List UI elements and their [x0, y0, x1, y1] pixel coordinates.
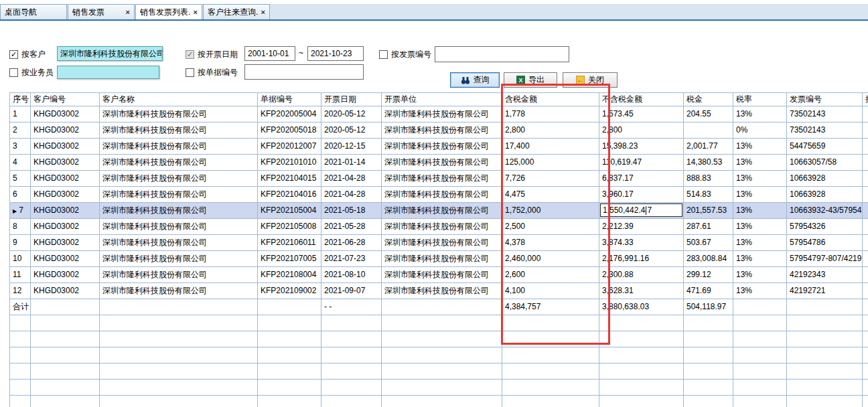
cell[interactable]: 深圳市隆利科技股份有限公司: [382, 235, 502, 251]
cell[interactable]: ▶7: [10, 203, 31, 219]
cell[interactable]: [684, 396, 733, 407]
cell[interactable]: [258, 396, 321, 407]
cell[interactable]: KFP202109002: [258, 283, 321, 299]
cell[interactable]: 2: [10, 123, 31, 139]
cell[interactable]: [599, 363, 684, 380]
cell[interactable]: 2021-04-28: [321, 171, 382, 187]
cell[interactable]: 10663057/58: [787, 155, 863, 171]
cell[interactable]: 深圳市隆利科技股份有限公司: [382, 267, 502, 283]
cell[interactable]: KHGD03002: [31, 251, 100, 267]
cell[interactable]: KFP202105008: [258, 219, 321, 235]
cell[interactable]: [31, 347, 100, 363]
cell[interactable]: 17,400: [502, 139, 599, 155]
cell[interactable]: [502, 331, 599, 347]
cell[interactable]: [502, 347, 599, 363]
cell[interactable]: KHGD03002: [31, 171, 100, 187]
cell[interactable]: KHGD03002: [31, 267, 100, 283]
cell[interactable]: KFP202104015: [258, 171, 321, 187]
cell[interactable]: 471.69: [684, 283, 733, 299]
cell[interactable]: 13%: [733, 235, 787, 251]
cell[interactable]: 深圳市隆利科技股份有限公司: [100, 139, 258, 155]
cell[interactable]: [10, 380, 31, 396]
cell[interactable]: [863, 267, 868, 283]
cell[interactable]: 283,008.84: [684, 251, 733, 267]
cell[interactable]: [258, 315, 321, 331]
cell[interactable]: 10663932-43/57954: [787, 203, 863, 219]
cell[interactable]: 深圳市隆利科技股份有限公司: [100, 203, 258, 219]
cell[interactable]: [382, 363, 502, 380]
cell[interactable]: [684, 315, 733, 331]
cell[interactable]: 73502143: [787, 123, 863, 139]
cell[interactable]: [787, 380, 863, 396]
tab-desktop-nav[interactable]: 桌面导航: [0, 4, 67, 19]
cell[interactable]: [599, 331, 684, 347]
cell[interactable]: [258, 363, 321, 380]
table-row[interactable]: ▶7KHGD03002深圳市隆利科技股份有限公司KFP2021050042021…: [10, 203, 868, 219]
cell[interactable]: KFP202101010: [258, 155, 321, 171]
cell[interactable]: 54475659: [787, 139, 863, 155]
cell[interactable]: 13%: [733, 267, 787, 283]
filter-by-customer-checkbox[interactable]: ✓ 按客户: [9, 49, 46, 60]
table-row[interactable]: 8KHGD03002深圳市隆利科技股份有限公司KFP2021050082021-…: [10, 219, 868, 235]
date-to-input[interactable]: 2021-10-23: [307, 46, 364, 61]
empty-row[interactable]: [10, 331, 868, 347]
cell[interactable]: 2021-08-10: [321, 267, 382, 283]
cell[interactable]: [100, 315, 258, 331]
cell[interactable]: 8: [10, 219, 31, 235]
cell[interactable]: [502, 396, 599, 407]
cell[interactable]: 2,300.88: [599, 267, 684, 283]
cell[interactable]: 11: [10, 267, 31, 283]
close-button[interactable]: ← 关闭: [563, 72, 618, 88]
cell[interactable]: 42192721: [787, 283, 863, 299]
cell[interactable]: [31, 331, 100, 347]
table-row[interactable]: 9KHGD03002深圳市隆利科技股份有限公司KFP2021060112021-…: [10, 235, 868, 251]
cell[interactable]: 3: [10, 139, 31, 155]
cell[interactable]: 9: [10, 235, 31, 251]
cell[interactable]: 深圳市隆利科技股份有限公司: [100, 123, 258, 139]
cell[interactable]: KHGD03002: [31, 106, 100, 123]
cell[interactable]: [100, 396, 258, 407]
cell[interactable]: [863, 219, 868, 235]
cell[interactable]: [258, 380, 321, 396]
cell[interactable]: [733, 315, 787, 331]
cell[interactable]: [684, 347, 733, 363]
total-row[interactable]: 合计- -4,384,7573,880,638.03504,118.97: [10, 299, 868, 315]
cell[interactable]: 深圳市隆利科技股份有限公司: [100, 283, 258, 299]
table-row[interactable]: 2KHGD03002深圳市隆利科技股份有限公司KFP2020050182020-…: [10, 123, 868, 139]
cell[interactable]: - -: [321, 299, 382, 315]
cell[interactable]: 2,800: [502, 123, 599, 139]
cell[interactable]: KHGD03002: [31, 139, 100, 155]
cell[interactable]: [863, 380, 868, 396]
cell[interactable]: 0%: [733, 123, 787, 139]
cell[interactable]: 2020-05-12: [321, 123, 382, 139]
cell[interactable]: 13%: [733, 187, 787, 203]
cell[interactable]: 深圳市隆利科技股份有限公司: [382, 283, 502, 299]
cell[interactable]: [787, 315, 863, 331]
cell[interactable]: KHGD03002: [31, 187, 100, 203]
cell[interactable]: 10: [10, 251, 31, 267]
cell[interactable]: 504,118.97: [684, 299, 733, 315]
cell[interactable]: 12: [10, 283, 31, 299]
cell[interactable]: 深圳市隆利科技股份有限公司: [100, 106, 258, 123]
cell[interactable]: [787, 363, 863, 380]
cell[interactable]: [863, 315, 868, 331]
cell[interactable]: [863, 363, 868, 380]
cell[interactable]: [863, 139, 868, 155]
cell[interactable]: 13%: [733, 219, 787, 235]
column-header[interactable]: 序号: [10, 93, 31, 106]
cell[interactable]: 深圳市隆利科技股份有限公司: [382, 155, 502, 171]
cell[interactable]: 503.67: [684, 235, 733, 251]
cell[interactable]: 2,212.39: [599, 219, 684, 235]
filter-by-salesman-checkbox[interactable]: 按业务员: [9, 67, 54, 78]
cell[interactable]: 深圳市隆利科技股份有限公司: [382, 203, 502, 219]
cell[interactable]: [31, 315, 100, 331]
column-header[interactable]: 发票编号: [787, 93, 863, 106]
cell[interactable]: [599, 396, 684, 407]
cell[interactable]: [863, 396, 868, 407]
cell[interactable]: [863, 203, 868, 219]
table-row[interactable]: 10KHGD03002深圳市隆利科技股份有限公司KFP2021070052021…: [10, 251, 868, 267]
column-header[interactable]: 含税金额: [502, 93, 599, 106]
cell[interactable]: KFP202106011: [258, 235, 321, 251]
cell[interactable]: 2,600: [502, 267, 599, 283]
cell[interactable]: [863, 155, 868, 171]
